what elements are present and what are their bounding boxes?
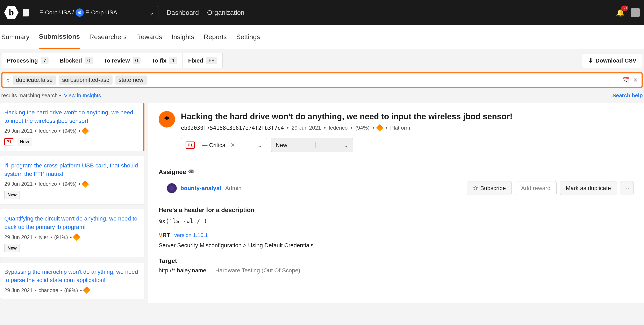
submission-card[interactable]: Bypassing the microchip won't do anythin… (0, 262, 144, 299)
submission-card-meta: 29 Jun 2021•federico•(94%)• (4, 181, 140, 187)
tab-reports[interactable]: Reports (204, 26, 227, 48)
submission-card-meta: 29 Jun 2021•charlotte•(89%)• (4, 287, 140, 293)
chevron-down-icon[interactable]: ⌄ (344, 142, 348, 148)
tab-submissions[interactable]: Submissions (39, 25, 80, 49)
search-input[interactable] (150, 77, 619, 83)
subscribe-button[interactable]: ☆Subscribe (467, 181, 512, 195)
researcher-avatar[interactable] (159, 111, 175, 128)
search-help-link[interactable]: Search help (612, 92, 643, 99)
search-chip[interactable]: duplicate:false (12, 76, 56, 84)
notification-count: 50 (621, 6, 628, 11)
submission-detail: Hacking the hard drive won't do anything… (148, 103, 644, 304)
breadcrumb-org: E-Corp USA / (39, 9, 74, 16)
filter-to-fix[interactable]: To fix 1 (146, 53, 183, 68)
clear-search-icon[interactable]: ✕ (633, 77, 638, 84)
submission-platform: Platform (390, 125, 410, 131)
state-selector[interactable]: New ⌄ (271, 138, 353, 152)
priority-badge: P1 (186, 142, 195, 149)
filter-processing[interactable]: Processing 7 (1, 53, 54, 68)
status-badge: New (17, 138, 32, 146)
filter-fixed[interactable]: Fixed 68 (183, 53, 222, 68)
calendar-icon[interactable]: 📅 (622, 77, 630, 84)
nav-dashboard[interactable]: Dashboard (167, 9, 199, 16)
gear-icon: ⚙ (76, 8, 84, 17)
search-chip[interactable]: state:new (116, 76, 147, 84)
chevron-down-icon[interactable]: ⌄ (143, 9, 154, 16)
submission-title: Hacking the hard drive won't do anything… (181, 111, 634, 122)
svg-marker-0 (164, 116, 170, 120)
description-code: %x('ls -al /') (159, 218, 634, 224)
submission-pct: (94%) (355, 125, 370, 131)
submission-list: Hacking the hard drive won't do anything… (0, 103, 148, 304)
document-icon[interactable] (23, 9, 29, 16)
search-bar[interactable]: ⌕ duplicate:false sort:submitted-asc sta… (1, 72, 643, 88)
vrt-version-link[interactable]: version 1.10.1 (174, 232, 208, 238)
submission-card[interactable]: Hacking the hard drive won't do anything… (0, 103, 144, 152)
search-chip[interactable]: sort:submitted-asc (59, 76, 112, 84)
results-text: results matching search • (1, 92, 61, 99)
cube-icon (163, 116, 170, 123)
submission-author: federico (328, 125, 348, 131)
star-icon: ☆ (473, 185, 478, 192)
description-header: Here's a header for a description (159, 206, 634, 214)
vrt-badge: VRT (159, 232, 170, 238)
nav-organization[interactable]: Organization (207, 9, 244, 16)
results-bar: results matching search • View in Insigh… (0, 90, 644, 103)
cube-icon (73, 234, 80, 241)
target-url: http://*.haley.name (159, 267, 206, 274)
notifications-bell-icon[interactable]: 🔔50 (616, 8, 625, 17)
cube-icon (83, 286, 90, 294)
add-reward-button[interactable]: Add reward (515, 181, 556, 195)
submission-hash: eb02030f754188c3e617e74f2fb3f7c4 (181, 125, 284, 131)
more-icon: ⋯ (624, 185, 630, 192)
clear-priority-icon[interactable]: ✕ (230, 142, 235, 148)
submission-date: 29 Jun 2021 (292, 125, 321, 131)
submission-card-meta: 29 Jun 2021•tyler•(91%)• (4, 234, 140, 240)
mark-duplicate-button[interactable]: Mark as duplicate (560, 181, 617, 195)
search-icon: ⌕ (6, 77, 10, 83)
cube-icon (81, 180, 89, 188)
breadcrumb[interactable]: E-Corp USA / ⚙ E-Corp USA ⌄ (35, 6, 158, 19)
target-label: Target (159, 257, 634, 264)
filter-bar: Processing 7 Blocked 0 To review 0 To fi… (0, 49, 644, 72)
submission-card[interactable]: I'll program the cross-platform USB card… (0, 156, 144, 204)
status-badge: New (4, 244, 20, 252)
priority-selector[interactable]: P1 — Critical ✕ ⌄ (181, 138, 267, 152)
top-nav: Dashboard Organization (167, 9, 244, 16)
program-tabs: Summary Submissions Researchers Rewards … (0, 25, 644, 49)
submission-card-title: Quantifying the circuit won't do anythin… (4, 214, 140, 231)
submission-card-title: I'll program the cross-platform USB card… (4, 162, 140, 178)
assignee-name[interactable]: bounty-analyst (180, 185, 222, 192)
vrt-path: Server Security Misconfiguration > Using… (159, 242, 634, 249)
tab-insights[interactable]: Insights (172, 26, 194, 48)
assignee-avatar[interactable] (167, 183, 177, 193)
view-in-insights-link[interactable]: View in Insights (64, 92, 101, 99)
bugcrowd-logo[interactable]: b (4, 5, 18, 20)
cube-icon (81, 127, 89, 135)
more-actions-button[interactable]: ⋯ (620, 181, 634, 195)
status-badge: New (4, 191, 20, 199)
filter-to-review[interactable]: To review 0 (98, 53, 146, 68)
priority-badge: P1 (4, 138, 13, 146)
assignee-label: Assignee (159, 168, 186, 176)
tab-settings[interactable]: Settings (236, 26, 260, 48)
tab-summary[interactable]: Summary (1, 26, 30, 48)
assignee-role: Admin (225, 185, 241, 192)
submission-card-title: Hacking the hard drive won't do anything… (4, 108, 139, 125)
user-avatar[interactable] (631, 8, 640, 17)
topbar: b E-Corp USA / ⚙ E-Corp USA ⌄ Dashboard … (0, 0, 644, 25)
tab-rewards[interactable]: Rewards (136, 26, 162, 48)
submission-card[interactable]: Quantifying the circuit won't do anythin… (0, 209, 144, 258)
download-csv-button[interactable]: ⬇ Download CSV (582, 53, 643, 68)
submission-card-title: Bypassing the microchip won't do anythin… (4, 268, 140, 284)
filter-blocked[interactable]: Blocked 0 (54, 53, 98, 68)
tab-researchers[interactable]: Researchers (89, 26, 126, 48)
visibility-off-icon[interactable]: 👁 (188, 168, 195, 176)
chevron-down-icon[interactable]: ⌄ (258, 142, 262, 148)
target-scope: — Hardware Testing (Out Of Scope) (208, 267, 300, 274)
submission-card-meta: 29 Jun 2021•federico•(94%)• (4, 128, 139, 134)
download-icon: ⬇ (588, 57, 593, 64)
breadcrumb-current: E-Corp USA (86, 9, 117, 16)
cube-icon (376, 124, 384, 132)
